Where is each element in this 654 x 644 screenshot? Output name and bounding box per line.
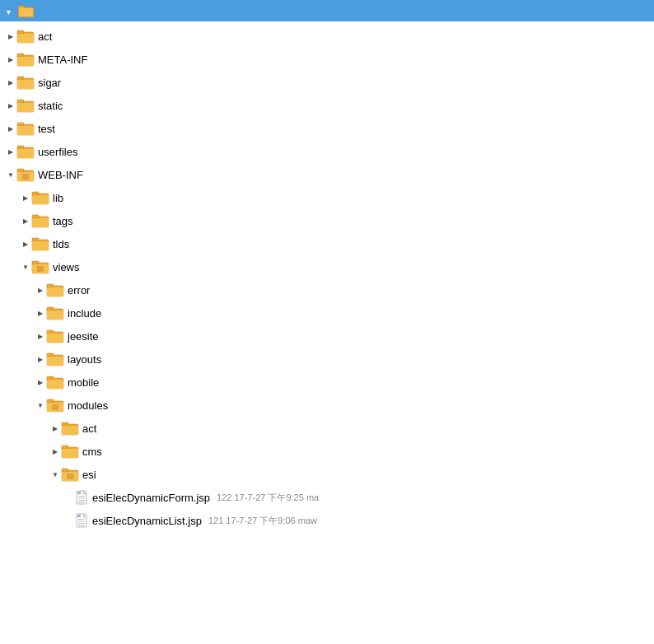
svg-rect-80 bbox=[77, 515, 81, 517]
tree-item-sigar[interactable]: ▶sigar bbox=[0, 71, 654, 94]
folder-icon bbox=[46, 398, 64, 413]
tree-arrow-icon: ▶ bbox=[20, 240, 31, 248]
tree-item-test[interactable]: ▶test bbox=[0, 117, 654, 140]
svg-rect-71 bbox=[78, 500, 85, 501]
tree-item-esiElecDynamicForm[interactable]: esiElecDynamicForm.jsp122 17-7-27 下午9:25… bbox=[0, 486, 654, 509]
folder-icon bbox=[16, 29, 35, 44]
svg-rect-77 bbox=[78, 521, 85, 522]
tree-item-label: test bbox=[38, 123, 55, 135]
tree-item-label: esiElecDynamicList.jsp bbox=[92, 515, 202, 527]
file-icon bbox=[76, 513, 92, 528]
tree-item-label: jeesite bbox=[68, 330, 99, 343]
tree-item-WEB-INF[interactable]: ▼WEB-INF bbox=[0, 163, 654, 186]
tree-arrow-icon: ▶ bbox=[20, 194, 31, 202]
tree-item-include[interactable]: ▶include bbox=[0, 301, 654, 324]
webcontent-folder-icon bbox=[18, 4, 35, 17]
tree-item-cms[interactable]: ▶cms bbox=[0, 440, 654, 463]
svg-rect-7 bbox=[17, 54, 24, 57]
svg-rect-11 bbox=[17, 80, 34, 89]
svg-rect-20 bbox=[17, 149, 34, 158]
tree-item-label: act bbox=[82, 422, 96, 435]
tree-item-tlds[interactable]: ▶tlds bbox=[0, 232, 654, 255]
folder-icon bbox=[46, 352, 64, 366]
tree-arrow-icon: ▼ bbox=[20, 264, 31, 271]
tree-arrow-icon: ▼ bbox=[5, 171, 16, 179]
tree-item-lib[interactable]: ▶lib bbox=[0, 186, 654, 209]
svg-rect-62 bbox=[62, 449, 78, 458]
tree-item-tags[interactable]: ▶tags bbox=[0, 209, 654, 232]
svg-rect-40 bbox=[47, 287, 63, 296]
tree-item-label: tags bbox=[53, 215, 73, 227]
svg-rect-8 bbox=[17, 57, 34, 66]
tree-item-error[interactable]: ▶error bbox=[0, 278, 654, 301]
folder-icon bbox=[61, 421, 79, 436]
tree-item-label: META-INF bbox=[38, 54, 87, 66]
tree-item-jeesite[interactable]: ▶jeesite bbox=[0, 324, 654, 348]
svg-rect-56 bbox=[52, 404, 58, 410]
file-meta: 122 17-7-27 下午9:25 ma bbox=[217, 492, 319, 504]
tree-arrow-icon: ▶ bbox=[35, 310, 46, 317]
tree-item-userfiles[interactable]: ▶userfiles bbox=[0, 140, 654, 163]
tree-item-static[interactable]: ▶static bbox=[0, 94, 654, 117]
svg-rect-2 bbox=[19, 8, 33, 16]
tree-item-META-INF[interactable]: ▶META-INF bbox=[0, 48, 654, 71]
folder-icon bbox=[46, 329, 64, 343]
tree-arrow-icon: ▶ bbox=[35, 333, 46, 340]
svg-rect-4 bbox=[17, 30, 24, 34]
svg-rect-72 bbox=[78, 502, 85, 503]
tree-item-label: sigar bbox=[38, 77, 61, 89]
folder-icon bbox=[16, 52, 35, 67]
tree-item-layouts[interactable]: ▶layouts bbox=[0, 348, 654, 371]
tree-arrow-icon: ▼ bbox=[49, 471, 61, 478]
tree-item-label: layouts bbox=[68, 353, 101, 366]
tree-item-esi[interactable]: ▼esi bbox=[0, 463, 654, 486]
svg-rect-35 bbox=[32, 261, 39, 264]
svg-rect-59 bbox=[62, 426, 78, 435]
tree-item-label: static bbox=[38, 100, 63, 112]
tree-header[interactable] bbox=[0, 0, 654, 21]
tree-arrow-icon: ▶ bbox=[5, 33, 16, 40]
tree-item-label: modules bbox=[68, 399, 108, 412]
svg-rect-22 bbox=[17, 169, 24, 172]
tree-item-label: tlds bbox=[53, 238, 69, 250]
folder-icon bbox=[16, 167, 35, 182]
svg-rect-17 bbox=[17, 126, 34, 135]
tree-arrow-icon: ▶ bbox=[5, 102, 16, 110]
tree-item-label: mobile bbox=[68, 376, 99, 389]
tree-item-views[interactable]: ▼views bbox=[0, 255, 654, 278]
svg-rect-73 bbox=[77, 492, 81, 494]
tree-arrow-icon: ▶ bbox=[5, 148, 16, 156]
svg-rect-58 bbox=[62, 422, 68, 426]
svg-rect-64 bbox=[62, 469, 68, 472]
svg-rect-69 bbox=[78, 496, 85, 497]
svg-rect-10 bbox=[17, 77, 24, 80]
tree-item-esiElecDynamicList[interactable]: esiElecDynamicList.jsp121 17-7-27 下午9:06… bbox=[0, 509, 654, 532]
file-icon bbox=[76, 490, 92, 505]
svg-rect-14 bbox=[17, 103, 34, 112]
folder-icon bbox=[16, 121, 35, 136]
tree-arrow-icon: ▶ bbox=[49, 448, 61, 455]
tree-item-mobile[interactable]: ▶mobile bbox=[0, 371, 654, 394]
tree-arrow-icon: ▶ bbox=[35, 356, 46, 363]
tree-item-label: esi bbox=[82, 469, 96, 481]
tree-item-act-sub[interactable]: ▶act bbox=[0, 417, 654, 440]
tree-item-label: cms bbox=[82, 446, 102, 458]
svg-rect-43 bbox=[47, 310, 63, 320]
folder-icon bbox=[31, 259, 49, 274]
svg-rect-78 bbox=[78, 523, 85, 524]
folder-icon bbox=[16, 98, 35, 113]
folder-icon bbox=[16, 144, 35, 159]
svg-rect-46 bbox=[47, 334, 63, 343]
tree-item-modules[interactable]: ▼modules bbox=[0, 394, 654, 417]
svg-rect-13 bbox=[17, 100, 24, 103]
tree-item-act[interactable]: ▶act bbox=[0, 25, 654, 48]
tree-arrow-icon: ▶ bbox=[5, 56, 16, 63]
tree-arrow-icon: ▶ bbox=[35, 287, 46, 294]
tree-arrow-icon: ▶ bbox=[5, 125, 16, 133]
svg-rect-45 bbox=[47, 330, 54, 334]
tree-item-label: lib bbox=[53, 192, 63, 204]
svg-rect-79 bbox=[78, 525, 85, 526]
svg-rect-19 bbox=[17, 146, 24, 149]
tree-item-label: WEB-INF bbox=[38, 169, 83, 181]
tree-item-label: include bbox=[68, 307, 101, 320]
